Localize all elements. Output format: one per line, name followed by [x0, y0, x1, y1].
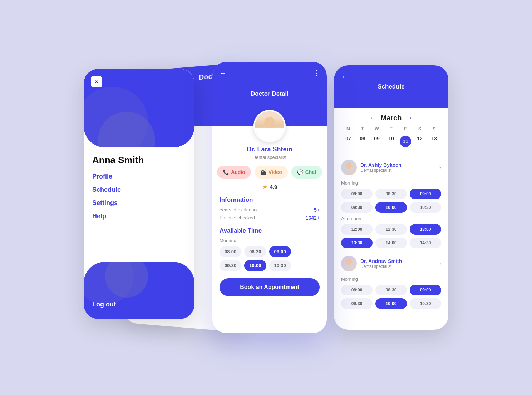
d2-slot-0930[interactable]: 09:30 [341, 298, 373, 309]
day-label-t2: T [384, 126, 398, 131]
doctor1-card[interactable]: Dr. Ashly Bykoch Dental specialist › [341, 158, 441, 177]
d1-slot-1200[interactable]: 12:00 [341, 224, 373, 235]
screen3-wrapper: ← Schedule ⋮ ← March → M T W T [334, 65, 448, 330]
audio-button[interactable]: 📞 Audio [217, 166, 251, 179]
chat-button[interactable]: 💬 Chat [291, 166, 322, 179]
screen3: ← Schedule ⋮ ← March → M T W T [334, 65, 448, 330]
doctor-avatar-image [255, 111, 284, 141]
d1-slot-1430[interactable]: 14:30 [410, 238, 441, 248]
time-slot-1030[interactable]: 10:30 [269, 260, 291, 271]
calendar-grid: M T W T F S S 07 08 09 10 11 [341, 126, 441, 149]
time-slot-0800[interactable]: 08:00 [220, 246, 241, 257]
day-label-s1: S [413, 126, 427, 131]
patients-value: 1642+ [306, 215, 320, 221]
screen3-body: ← March → M T W T F S S 07 [334, 108, 448, 330]
d2-slot-1000[interactable]: 10:00 [375, 298, 407, 309]
screen1-wrapper: ← Doctor De Dr. L Den 📞 Audio Informatio… [84, 69, 205, 326]
screen2-wrapper: ← Doctor Detail ⋮ Dr. Lara Shtein Dental… [212, 62, 327, 333]
d1-slot-1400[interactable]: 14:00 [375, 238, 407, 248]
star-icon: ★ [262, 183, 268, 191]
cal-date-active-11: 11 [400, 136, 411, 147]
video-icon: 🎬 [260, 169, 266, 175]
screen2-body: Dr. Lara Shtein Dental specialist 📞 Audi… [212, 126, 327, 333]
nav-schedule[interactable]: Schedule [92, 186, 186, 194]
d1-slot-0830[interactable]: 08:30 [375, 189, 407, 199]
cal-date-08[interactable]: 08 [355, 134, 370, 149]
time-slot-0830[interactable]: 08:30 [244, 246, 266, 257]
d1-afternoon-slots-row2: 13:30 14:00 14:30 [341, 238, 441, 248]
cal-date-10[interactable]: 10 [384, 134, 398, 149]
phone-icon: 📞 [223, 169, 229, 175]
morning-slots-row1: 08:00 08:30 09:00 [220, 246, 320, 257]
rating-value: 4.9 [270, 184, 277, 190]
d2-morning-slots-row2: 09:30 10:00 10:30 [341, 298, 441, 309]
day-label-s2: S [427, 126, 441, 131]
cal-date-13[interactable]: 13 [427, 134, 441, 149]
nav-profile[interactable]: Profile [92, 173, 186, 180]
next-month-button[interactable]: → [406, 114, 412, 122]
calendar-header-row: M T W T F S S [341, 126, 441, 131]
d1-slot-0800[interactable]: 08:00 [341, 189, 373, 199]
available-time-title: Available Time [220, 227, 320, 234]
close-menu-button[interactable]: × [91, 76, 102, 88]
cal-date-12[interactable]: 12 [413, 134, 427, 149]
doctor-specialty: Dental specialist [220, 155, 320, 160]
chat-icon: 💬 [297, 169, 303, 175]
d1-morning-slots-row2: 09:30 10:00 10:30 [341, 202, 441, 213]
d1-slot-1030[interactable]: 10:30 [410, 202, 441, 213]
information-title: Information [220, 196, 320, 204]
chevron-right-icon: › [439, 164, 441, 171]
d1-afternoon-slots-row1: 12:00 12:30 13:00 [341, 224, 441, 235]
d2-slot-0830[interactable]: 08:30 [375, 285, 407, 295]
calendar-dates-row: 07 08 09 10 11 12 13 [341, 134, 441, 149]
doctor2-card[interactable]: Dr. Andrew Smith Dental specialist › [341, 254, 441, 273]
schedule-more-button[interactable]: ⋮ [435, 72, 441, 80]
doctor1-avatar [341, 160, 357, 175]
prev-month-button[interactable]: ← [370, 114, 376, 122]
d2-slot-0900[interactable]: 09:00 [410, 285, 441, 295]
cal-date-09[interactable]: 09 [370, 134, 384, 149]
time-slot-0900[interactable]: 09:00 [269, 246, 291, 257]
screens-container: ← Doctor De Dr. L Den 📞 Audio Informatio… [84, 62, 448, 333]
screen1: × Anna Smith Profile Schedule Settings H… [84, 69, 194, 319]
day-label-w: W [370, 126, 384, 131]
doctor-name: Dr. Lara Shtein [220, 146, 320, 153]
morning-label: Morning [220, 238, 320, 243]
d1-slot-0900[interactable]: 09:00 [410, 189, 441, 199]
logout-button[interactable]: Log out [92, 301, 116, 308]
cal-date-07[interactable]: 07 [341, 134, 355, 149]
more-options-button[interactable]: ⋮ [313, 69, 320, 77]
d2-slot-1030[interactable]: 10:30 [410, 298, 441, 309]
time-slot-0930[interactable]: 09:30 [220, 260, 241, 271]
d1-slot-1000[interactable]: 10:00 [375, 202, 407, 213]
book-appointment-button[interactable]: Book an Appointment [220, 278, 320, 296]
nav-settings[interactable]: Settings [92, 199, 186, 207]
back-button[interactable]: ← [220, 69, 227, 77]
doctor1-info: Dr. Ashly Bykoch Dental specialist [360, 162, 436, 173]
screen2: ← Doctor Detail ⋮ Dr. Lara Shtein Dental… [212, 62, 327, 333]
rating-container: ★ 4.9 [220, 183, 320, 191]
d1-morning-label: Morning [341, 180, 441, 186]
calendar-nav: ← March → [341, 114, 441, 122]
d1-slot-1300[interactable]: 13:00 [410, 224, 441, 235]
doctor-avatar [253, 110, 286, 142]
d1-slot-1230[interactable]: 12:30 [375, 224, 407, 235]
d1-slot-1330[interactable]: 13:30 [341, 238, 373, 248]
d2-morning-label: Morning [341, 276, 441, 282]
day-label-t1: T [355, 126, 370, 131]
schedule-back-button[interactable]: ← [341, 72, 348, 81]
patients-label: Patients checked [220, 215, 255, 221]
action-buttons: 📞 Audio 🎬 Video 💬 Chat [220, 166, 320, 179]
time-slot-1000[interactable]: 10:00 [244, 260, 266, 271]
d1-slot-0930[interactable]: 09:30 [341, 202, 373, 213]
nav-help[interactable]: Help [92, 212, 186, 220]
morning-slots-row2: 09:30 10:00 10:30 [220, 260, 320, 271]
day-label-f: F [398, 126, 413, 131]
divider-1 [341, 155, 441, 155]
user-name: Anna Smith [92, 155, 186, 166]
years-value: 5+ [314, 207, 320, 213]
d2-morning-slots-row1: 08:00 08:30 09:00 [341, 285, 441, 295]
d2-slot-0800[interactable]: 08:00 [341, 285, 373, 295]
cal-date-11[interactable]: 11 [398, 134, 413, 149]
video-button[interactable]: 🎬 Video [255, 166, 288, 179]
